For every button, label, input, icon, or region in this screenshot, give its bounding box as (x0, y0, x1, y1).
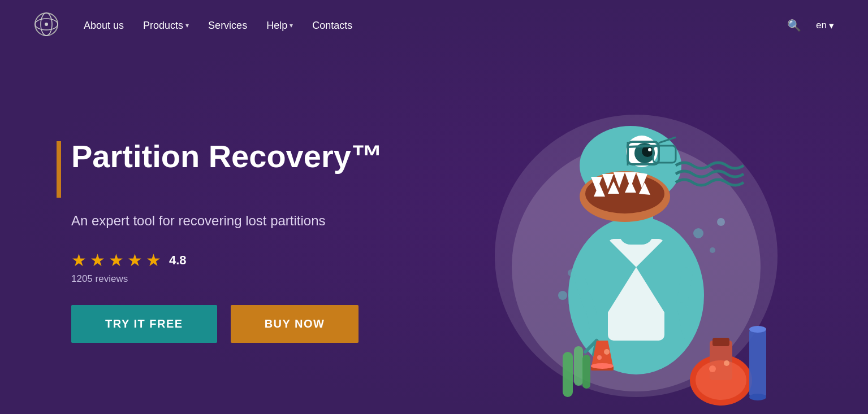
rating-value: 4.8 (169, 253, 187, 268)
language-selector[interactable]: en ▾ (816, 20, 834, 32)
star-4: ★ (127, 250, 142, 270)
logo[interactable] (34, 12, 76, 39)
hero-content: Partition Recovery™ An expert tool for r… (57, 139, 385, 343)
svg-point-53 (558, 291, 567, 300)
title-wrapper: Partition Recovery™ (57, 139, 385, 198)
svg-point-39 (597, 355, 602, 360)
svg-point-25 (648, 148, 651, 151)
svg-point-54 (568, 269, 575, 276)
stars-row: ★ ★ ★ ★ ★ 4.8 (71, 250, 385, 270)
hero-image (385, 68, 823, 414)
hero-subtitle: An expert tool for recovering lost parti… (71, 211, 331, 230)
svg-rect-42 (574, 346, 583, 386)
nav-link-services[interactable]: Services (200, 15, 255, 36)
svg-rect-41 (563, 352, 573, 397)
svg-point-47 (696, 360, 746, 400)
star-1: ★ (71, 250, 87, 270)
svg-point-51 (749, 326, 766, 333)
svg-point-38 (591, 363, 614, 369)
buy-now-button[interactable]: BUY NOW (231, 305, 359, 343)
title-accent-bar (57, 141, 61, 198)
nav-right: 🔍 en ▾ (784, 15, 834, 36)
nav-link-help[interactable]: Help ▾ (258, 15, 301, 36)
svg-point-55 (693, 228, 703, 238)
star-2: ★ (90, 250, 105, 270)
svg-point-24 (642, 146, 653, 157)
nav-item-help[interactable]: Help ▾ (258, 15, 301, 36)
svg-line-35 (681, 307, 687, 335)
nav-item-products[interactable]: Products ▾ (135, 15, 197, 36)
svg-point-52 (749, 394, 766, 400)
svg-line-34 (681, 273, 687, 307)
chevron-down-icon: ▾ (829, 20, 834, 32)
reviews-count: 1205 reviews (71, 273, 385, 285)
hero-section: Partition Recovery™ An expert tool for r… (0, 51, 868, 414)
svg-rect-50 (749, 329, 766, 397)
nav-item-services[interactable]: Services (200, 15, 255, 36)
nav-item-contacts[interactable]: Contacts (304, 15, 360, 36)
star-3: ★ (109, 250, 124, 270)
svg-point-49 (724, 360, 729, 366)
svg-rect-46 (712, 338, 729, 346)
chevron-down-icon: ▾ (290, 21, 293, 29)
navbar: About us Products ▾ Services Help ▾ Cont… (0, 0, 868, 51)
svg-point-56 (710, 247, 715, 253)
svg-line-30 (591, 312, 597, 341)
svg-point-40 (604, 349, 610, 355)
star-5-half: ★ (146, 250, 161, 270)
dino-illustration (461, 53, 800, 414)
nav-links: About us Products ▾ Services Help ▾ Cont… (76, 15, 360, 36)
svg-point-48 (709, 365, 716, 372)
svg-line-58 (628, 146, 659, 147)
svg-rect-43 (582, 355, 590, 389)
chevron-down-icon: ▾ (185, 21, 189, 29)
nav-link-about[interactable]: About us (76, 15, 132, 36)
svg-point-57 (717, 218, 725, 226)
search-icon: 🔍 (787, 19, 801, 32)
nav-link-contacts[interactable]: Contacts (304, 15, 360, 36)
rating-section: ★ ★ ★ ★ ★ 4.8 1205 reviews (71, 250, 385, 285)
svg-point-3 (45, 23, 48, 26)
search-button[interactable]: 🔍 (784, 15, 805, 36)
nav-link-products[interactable]: Products ▾ (135, 15, 197, 36)
nav-item-about[interactable]: About us (76, 15, 132, 36)
hero-title: Partition Recovery™ (71, 139, 383, 174)
try-free-button[interactable]: TRY IT FREE (71, 305, 217, 343)
buttons-row: TRY IT FREE BUY NOW (71, 305, 385, 343)
